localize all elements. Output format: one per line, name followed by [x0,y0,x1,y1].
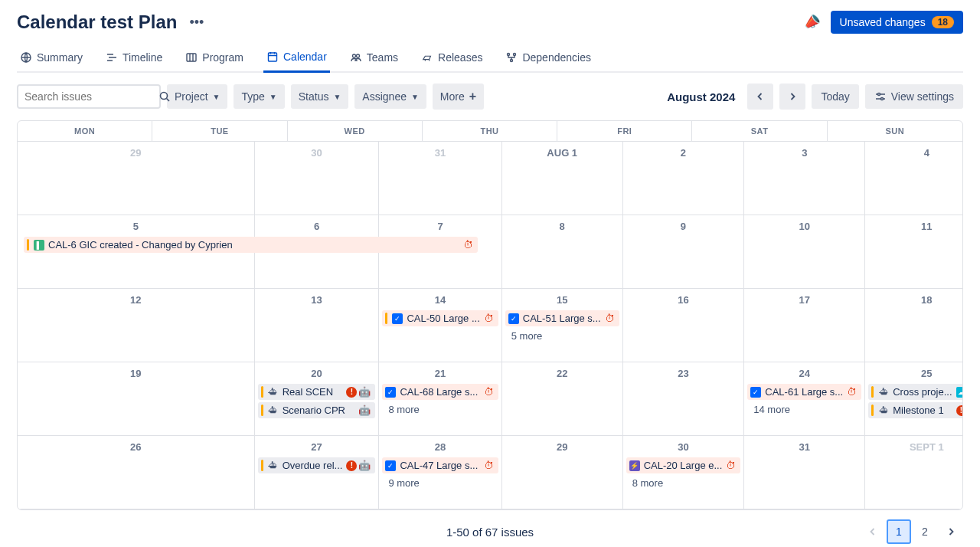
more-events-link[interactable]: 5 more [505,329,619,343]
calendar-cell[interactable]: 21 ✓ CAL-68 Large s... ⏱ 8 more [379,362,501,436]
overdue-icon: ⏱ [484,460,494,471]
overdue-icon: ⏱ [726,460,736,471]
calendar-cell[interactable]: 24 ✓ CAL-61 Large s... ⏱ 14 more [744,362,865,436]
calendar-cell[interactable]: 23 [623,362,745,436]
filter-assignee[interactable]: Assignee▼ [354,84,426,109]
calendar-cell[interactable]: 11 [865,215,963,289]
prev-month-button[interactable] [747,84,773,110]
svg-point-9 [877,93,880,96]
search-input-wrapper[interactable] [17,84,161,109]
filter-more[interactable]: More+ [433,84,484,110]
calendar-event[interactable]: ⛴ Overdue rel... !🤖 [258,457,376,473]
calendar-event[interactable]: ⚡ CAL-20 Large e... ⏱ [626,457,741,473]
calendar-cell[interactable]: 14 ✓ CAL-50 Large ... ⏱ [379,289,501,362]
cell-date: 6 [255,218,379,237]
calendar-event[interactable]: ✓ CAL-47 Large s... ⏱ [382,457,498,473]
unsaved-changes-button[interactable]: Unsaved changes 18 [831,11,963,34]
calendar-cell[interactable]: 9 [623,215,745,289]
calendar-cell[interactable]: 29 [18,142,255,215]
today-button[interactable]: Today [812,84,858,109]
calendar-cell[interactable]: 12 [18,289,255,362]
search-input[interactable] [24,90,158,103]
cell-date: 8 [502,218,622,237]
plus-icon: + [469,90,476,103]
megaphone-icon[interactable]: 📣 [800,11,822,33]
task-icon: ✓ [508,313,519,324]
next-month-button[interactable] [779,84,805,110]
calendar-cell[interactable]: 26 [18,436,255,509]
filter-type[interactable]: Type▼ [234,84,284,109]
calendar-cell[interactable]: 13 [255,289,380,362]
calendar-cell[interactable]: 28 ✓ CAL-47 Large s... ⏱ 9 more [379,436,501,509]
cell-date: 26 [18,439,254,457]
svg-point-7 [511,59,513,61]
tab-releases[interactable]: Releases [418,44,485,73]
calendar-cell[interactable]: 18 [865,289,963,362]
calendar-cell[interactable]: 29 [502,436,623,509]
page-2[interactable]: 2 [913,519,937,544]
calendar-cell[interactable]: 10 [744,215,865,289]
page-1[interactable]: 1 [887,519,911,544]
event-label: CAL-51 Large s... [523,313,601,324]
cell-date: 12 [18,292,254,310]
calendar-cell[interactable]: 31 [744,436,865,509]
tab-program[interactable]: Program [182,44,247,73]
filter-label: Project [175,90,208,103]
event-label: CAL-47 Large s... [400,460,479,471]
calendar-event[interactable]: ⛴ Real SCEN !🤖 [258,384,376,400]
more-events-link[interactable]: 14 more [747,402,861,417]
filter-label: Assignee [362,90,407,103]
calendar-cell[interactable]: 22 [502,362,623,436]
unsaved-count-badge: 18 [932,16,954,28]
cell-date: 4 [865,145,963,163]
calendar-event[interactable]: ✓ CAL-50 Large ... ⏱ [382,310,498,326]
cloud-icon: ☁ [956,387,964,398]
calendar-event[interactable]: ⛴ Milestone 1 !🤖 [868,402,963,418]
alert-icon: ! [956,405,964,416]
calendar-cell[interactable]: 27 ⛴ Overdue rel... !🤖 [255,436,380,509]
calendar-event[interactable]: ✓ CAL-51 Large s... ⏱ [505,310,619,326]
calendar-cell[interactable]: 19 [18,362,255,436]
calendar-cell[interactable]: 30 ⚡ CAL-20 Large e... ⏱ 8 more [623,436,745,509]
cell-date: 13 [255,292,379,310]
view-settings-button[interactable]: View settings [865,84,963,109]
tab-label: Program [202,51,243,64]
calendar-cell[interactable]: 16 [623,289,745,362]
cell-date: 23 [623,365,744,384]
calendar-event[interactable]: ▌ CAL-6 GIC created - Changed by Cyprien… [24,237,478,253]
calendar-cell[interactable]: AUG 1 [502,142,623,215]
calendar-cell[interactable]: SEPT 1 [865,436,963,509]
calendar-cell[interactable]: 3 [744,142,865,215]
cell-date: 18 [865,292,963,310]
cell-date: 27 [255,439,379,457]
tab-dependencies[interactable]: Dependencies [502,44,594,73]
tab-teams[interactable]: Teams [347,44,401,73]
calendar-cell[interactable]: 5 ▌ CAL-6 GIC created - Changed by Cypri… [18,215,255,289]
calendar-event[interactable]: ⛴ Scenario CPR 🤖 [258,402,376,418]
calendar-cell[interactable]: 25 ⛴ Cross proje... ☁🤖 ⛴ Milestone 1 !🤖 [865,362,963,436]
more-events-link[interactable]: 8 more [626,476,741,490]
more-events-link[interactable]: 8 more [382,402,498,417]
tab-summary[interactable]: Summary [17,44,86,73]
calendar-cell[interactable]: 15 ✓ CAL-51 Large s... ⏱ 5 more [502,289,623,362]
event-bar [27,239,29,251]
day-header: SAT [692,121,827,142]
tab-timeline[interactable]: Timeline [103,44,165,73]
chevron-down-icon: ▼ [213,93,220,101]
calendar-cell[interactable]: 30 [255,142,380,215]
calendar-cell[interactable]: 4 [865,142,963,215]
more-events-link[interactable]: 9 more [382,476,498,490]
calendar-cell[interactable]: 2 [623,142,745,215]
calendar-cell[interactable]: 17 [744,289,865,362]
calendar-event[interactable]: ✓ CAL-61 Large s... ⏱ [747,384,861,400]
tab-calendar[interactable]: Calendar [263,44,330,73]
filter-project[interactable]: Project▼ [167,84,227,109]
calendar-event[interactable]: ⛴ Cross proje... ☁🤖 [868,384,963,400]
filter-status[interactable]: Status▼ [291,84,349,109]
more-actions-icon[interactable]: ••• [186,11,207,34]
calendar-cell[interactable]: 20 ⛴ Real SCEN !🤖 ⛴ Scenario CPR 🤖 [255,362,380,436]
calendar-cell[interactable]: 8 [502,215,623,289]
calendar-event[interactable]: ✓ CAL-68 Large s... ⏱ [382,384,498,400]
calendar-cell[interactable]: 31 [379,142,501,215]
page-next[interactable] [939,519,963,544]
